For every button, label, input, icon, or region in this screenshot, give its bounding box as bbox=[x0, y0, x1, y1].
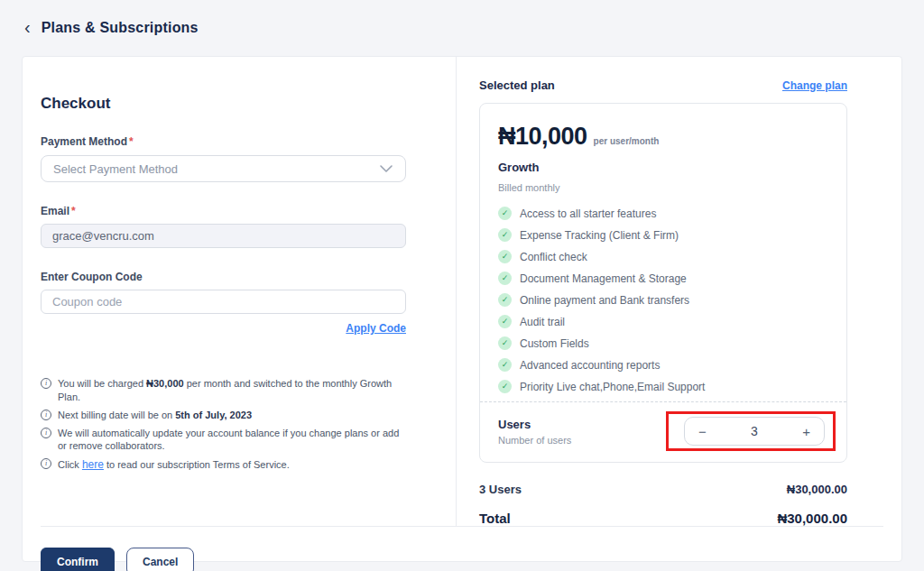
plan-card: ₦10,000 per user/month Growth Billed mon… bbox=[479, 103, 847, 463]
check-icon: ✓ bbox=[498, 336, 512, 350]
note-prefix: You will be charged bbox=[58, 378, 146, 389]
feature-label: Access to all starter features bbox=[520, 207, 656, 220]
note-bold: ₦30,000 bbox=[146, 378, 184, 389]
users-row: Users Number of users − 3 + bbox=[480, 402, 846, 462]
note-text: We will automatically update your accoun… bbox=[58, 427, 406, 454]
payment-method-label: Payment Method* bbox=[41, 135, 406, 148]
note-text: Next billing date will be on 5th of July… bbox=[58, 409, 252, 422]
note-text: You will be charged ₦30,000 per month an… bbox=[58, 377, 406, 404]
checkout-form: Checkout Payment Method* Select Payment … bbox=[23, 57, 456, 526]
back-chevron-icon[interactable]: ‹ bbox=[24, 18, 31, 36]
info-icon: i bbox=[41, 378, 51, 389]
feature-item: ✓Expense Tracking (Client & Firm) bbox=[498, 228, 828, 242]
required-asterisk: * bbox=[129, 135, 134, 148]
feature-label: Document Management & Storage bbox=[520, 272, 687, 285]
summary-line-value: ₦30,000.00 bbox=[787, 483, 847, 496]
total-label: Total bbox=[479, 511, 511, 526]
price-row: ₦10,000 per user/month bbox=[498, 123, 828, 151]
info-icon: i bbox=[41, 428, 51, 438]
email-label-text: Email bbox=[41, 205, 69, 217]
feature-label: Conflict check bbox=[520, 251, 587, 263]
summary-total: Total ₦30,000.00 bbox=[479, 511, 847, 526]
summary-line-label: 3 Users bbox=[479, 483, 522, 496]
info-note: i You will be charged ₦30,000 per month … bbox=[41, 377, 406, 404]
users-label: Users bbox=[498, 418, 571, 431]
info-icon: i bbox=[41, 458, 51, 469]
confirm-button[interactable]: Confirm bbox=[41, 548, 115, 571]
email-label: Email* bbox=[41, 205, 406, 217]
check-icon: ✓ bbox=[498, 315, 512, 328]
feature-label: Online payment and Bank transfers bbox=[520, 294, 689, 307]
check-icon: ✓ bbox=[498, 250, 512, 263]
plan-price-suffix: per user/month bbox=[594, 136, 660, 146]
chevron-down-icon bbox=[379, 164, 393, 173]
users-labels: Users Number of users bbox=[498, 418, 571, 446]
users-sublabel: Number of users bbox=[498, 435, 571, 446]
increment-button[interactable]: + bbox=[802, 425, 810, 438]
user-count-value: 3 bbox=[751, 424, 758, 438]
cancel-button[interactable]: Cancel bbox=[126, 548, 194, 571]
coupon-label: Enter Coupon Code bbox=[41, 271, 406, 283]
info-note: i We will automatically update your acco… bbox=[41, 427, 406, 454]
change-plan-link[interactable]: Change plan bbox=[782, 79, 847, 92]
feature-item: ✓Conflict check bbox=[498, 250, 828, 263]
check-icon: ✓ bbox=[498, 293, 512, 307]
note-prefix: Click bbox=[58, 459, 82, 470]
selected-plan-header: Selected plan Change plan bbox=[479, 78, 847, 92]
apply-code-link[interactable]: Apply Code bbox=[346, 322, 406, 335]
feature-label: Advanced accounting reports bbox=[520, 359, 660, 372]
check-icon: ✓ bbox=[498, 358, 512, 372]
terms-of-service-link[interactable]: here bbox=[82, 458, 104, 471]
action-buttons: Confirm Cancel bbox=[23, 527, 901, 571]
page-title: Plans & Subscriptions bbox=[42, 20, 199, 36]
decrement-button[interactable]: − bbox=[698, 425, 707, 438]
feature-item: ✓Custom Fields bbox=[498, 336, 828, 350]
feature-label: Custom Fields bbox=[520, 337, 589, 350]
selected-plan-panel: Selected plan Change plan ₦10,000 per us… bbox=[457, 57, 901, 526]
quantity-stepper[interactable]: − 3 + bbox=[684, 417, 825, 446]
note-prefix: We will automatically update your accoun… bbox=[58, 428, 399, 452]
feature-item: ✓Document Management & Storage bbox=[498, 272, 828, 285]
feature-item: ✓Priority Live chat,Phone,Email Support bbox=[498, 380, 828, 393]
total-value: ₦30,000.00 bbox=[777, 511, 847, 526]
feature-item: ✓Audit trail bbox=[498, 315, 828, 328]
page-header: ‹ Plans & Subscriptions bbox=[0, 0, 924, 56]
email-field[interactable] bbox=[41, 224, 406, 248]
plan-card-body: ₦10,000 per user/month Growth Billed mon… bbox=[480, 104, 846, 393]
plan-name: Growth bbox=[498, 161, 828, 174]
check-icon: ✓ bbox=[498, 228, 512, 242]
feature-label: Audit trail bbox=[520, 316, 565, 328]
payment-method-placeholder: Select Payment Method bbox=[53, 162, 178, 176]
payment-method-select[interactable]: Select Payment Method bbox=[41, 155, 406, 182]
note-suffix: to read our subscription Terms of Servic… bbox=[104, 459, 290, 470]
note-bold: 5th of July, 2023 bbox=[175, 410, 252, 420]
check-icon: ✓ bbox=[498, 380, 512, 393]
info-note: i Next billing date will be on 5th of Ju… bbox=[41, 409, 406, 422]
checkout-heading: Checkout bbox=[41, 95, 406, 113]
checkout-card: Checkout Payment Method* Select Payment … bbox=[22, 56, 902, 562]
apply-code-row: Apply Code bbox=[41, 319, 406, 336]
annotation-highlight: − 3 + bbox=[666, 411, 836, 451]
info-icon: i bbox=[41, 410, 51, 420]
card-columns: Checkout Payment Method* Select Payment … bbox=[23, 57, 901, 526]
selected-plan-title: Selected plan bbox=[479, 78, 555, 92]
feature-item: ✓Advanced accounting reports bbox=[498, 358, 828, 372]
summary-line: 3 Users ₦30,000.00 bbox=[479, 483, 847, 496]
coupon-input[interactable] bbox=[41, 290, 406, 314]
feature-list: ✓Access to all starter features ✓Expense… bbox=[498, 207, 828, 393]
required-asterisk: * bbox=[71, 205, 76, 217]
feature-label: Priority Live chat,Phone,Email Support bbox=[520, 381, 705, 393]
info-notes: i You will be charged ₦30,000 per month … bbox=[41, 377, 406, 472]
payment-method-label-text: Payment Method bbox=[41, 135, 127, 148]
note-text: Click here to read our subscription Term… bbox=[58, 457, 290, 472]
feature-label: Expense Tracking (Client & Firm) bbox=[520, 229, 679, 242]
plan-price: ₦10,000 bbox=[498, 123, 587, 151]
billing-cycle: Billed monthly bbox=[498, 182, 828, 193]
note-prefix: Next billing date will be on bbox=[58, 410, 175, 420]
check-icon: ✓ bbox=[498, 272, 512, 285]
feature-item: ✓Access to all starter features bbox=[498, 207, 828, 220]
feature-item: ✓Online payment and Bank transfers bbox=[498, 293, 828, 307]
check-icon: ✓ bbox=[498, 207, 512, 220]
info-note: i Click here to read our subscription Te… bbox=[41, 457, 406, 472]
